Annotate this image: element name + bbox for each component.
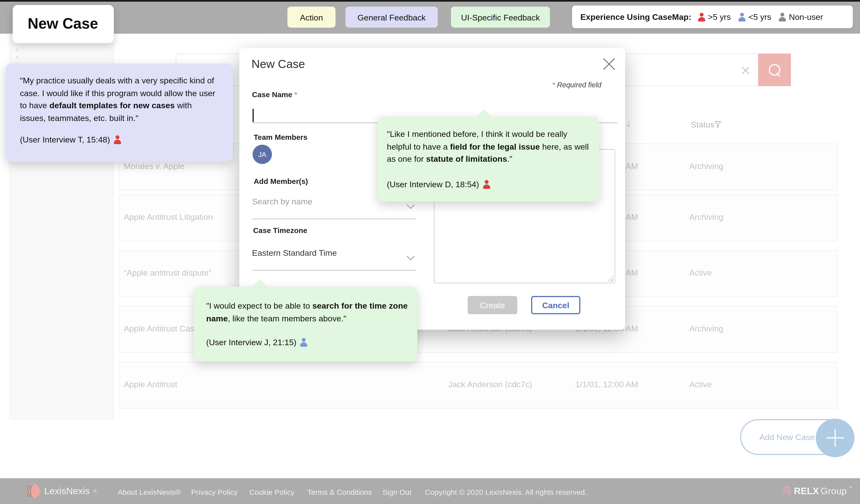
annotation-general-feedback-templates: "My practice usually deals with a very s…: [5, 63, 232, 162]
add-new-case-button[interactable]: Add New Case: [740, 419, 854, 455]
case-name-cell[interactable]: Apple Antitrust Case: [124, 324, 199, 333]
sort-descending-icon[interactable]: ↓: [626, 118, 631, 129]
experience-item-gt5: >5 yrs: [698, 12, 731, 21]
footer-copyright: Copyright © 2020 LexisNexis. All rights …: [425, 488, 587, 496]
page-title-card: New Case: [13, 5, 114, 43]
experience-item-lt5: <5 yrs: [739, 12, 771, 21]
table-row[interactable]: Apple Antitrust Jack Anderson (cdc7c) 1/…: [119, 362, 837, 409]
footer-link-privacy[interactable]: Privacy Policy: [191, 488, 238, 496]
case-name-cell[interactable]: Apple Antitrust: [124, 380, 177, 389]
legend-chip-action: Action: [287, 7, 335, 28]
annotation-ui-feedback-legal-issue: "Like I mentioned before, I think it wou…: [377, 117, 599, 202]
lexisnexis-flame-icon: [26, 484, 40, 499]
person-icon: [114, 135, 121, 144]
case-timezone-label: Case Timezone: [253, 226, 307, 235]
text-cursor: [253, 109, 254, 122]
annotation-quote: "My practice usually deals with a very s…: [20, 75, 219, 124]
legend-chip-ui-specific-feedback: UI-Specific Feedback: [451, 7, 550, 28]
experience-legend-label: Experience Using CaseMap:: [580, 12, 691, 21]
lexisnexis-logo: LexisNexis®: [26, 484, 97, 499]
relx-symbol-icon: ℞: [782, 485, 792, 497]
case-name-label: Case Name *: [252, 90, 297, 99]
annotation-ui-feedback-timezone-search: "I would expect to be able to search for…: [194, 287, 417, 362]
case-name-cell[interactable]: Apple Antitrust Litigation: [124, 212, 213, 222]
person-icon: [779, 12, 786, 21]
app-root: LexisNexis® ‹ ‹ ‹ ↓ Status Morales v. Ap…: [0, 0, 860, 504]
person-icon: [739, 12, 746, 21]
chevron-down-icon[interactable]: [407, 252, 415, 260]
owner-cell: Jack Anderson (cdc7c): [448, 380, 532, 389]
annotation-quote: "Like I mentioned before, I think it wou…: [387, 128, 590, 165]
annotation-attribution: (User Interview J, 21:15): [206, 336, 408, 349]
experience-legend: Experience Using CaseMap: >5 yrs <5 yrs …: [572, 5, 853, 28]
chevron-down-icon[interactable]: [407, 201, 415, 209]
relx-group-logo: ℞ RELX Group ™: [782, 485, 852, 498]
cancel-button[interactable]: Cancel: [531, 296, 580, 314]
status-cell: Archiving: [689, 212, 723, 222]
chevron-left-icon: ‹: [16, 53, 18, 60]
annotation-attribution: (User Interview D, 18:54): [387, 178, 590, 190]
trademark-mark: ™: [848, 486, 852, 490]
footer-link-cookie[interactable]: Cookie Policy: [249, 488, 295, 496]
window-top-strip: [0, 0, 860, 2]
created-cell: 1/1/01, 12:00 AM: [575, 380, 638, 389]
resize-handle-icon[interactable]: [607, 276, 613, 282]
page-title: New Case: [28, 15, 98, 33]
search-button[interactable]: [758, 54, 791, 86]
team-members-label: Team Members: [254, 133, 307, 142]
timezone-value: Eastern Standard Time: [252, 248, 337, 257]
chevron-left-icon: ‹: [16, 46, 18, 53]
case-name-cell[interactable]: Morales v. Apple: [124, 161, 185, 171]
annotation-attribution: (User Interview T, 15:48): [20, 134, 219, 146]
clear-search-icon[interactable]: [741, 65, 750, 75]
required-field-note: * Required field: [552, 81, 601, 89]
status-cell: Active: [689, 268, 712, 277]
footer-link-terms[interactable]: Terms & Conditions: [307, 488, 372, 496]
footer-link-signout[interactable]: Sign Out: [383, 488, 412, 496]
status-cell: Active: [689, 380, 712, 389]
plus-icon[interactable]: [816, 418, 855, 457]
person-icon: [300, 338, 307, 347]
status-cell: Archiving: [689, 161, 723, 171]
search-icon: [769, 64, 780, 76]
avatar[interactable]: JA: [253, 145, 272, 164]
annotation-quote: "I would expect to be able to search for…: [206, 300, 408, 325]
registered-mark: ®: [94, 489, 97, 494]
footer: LexisNexis® About LexisNexis® Privacy Po…: [0, 478, 860, 504]
member-search-dropdown[interactable]: [252, 219, 416, 219]
legend-chip-general-feedback: General Feedback: [345, 7, 438, 28]
add-members-label: Add Member(s): [254, 177, 308, 186]
footer-link-about[interactable]: About LexisNexis®: [118, 488, 181, 496]
column-header-status[interactable]: Status: [691, 120, 714, 129]
experience-item-nonuser: Non-user: [779, 12, 823, 21]
close-icon[interactable]: [603, 58, 616, 71]
status-cell: Archiving: [689, 324, 723, 333]
timezone-dropdown[interactable]: [252, 270, 416, 271]
filter-icon[interactable]: [715, 121, 721, 128]
person-icon: [698, 12, 705, 21]
create-button[interactable]: Create: [468, 296, 517, 314]
member-search-placeholder: Search by name: [252, 197, 313, 206]
add-new-case-label: Add New Case: [759, 432, 815, 442]
person-icon: [483, 180, 490, 189]
footer-brand-text: LexisNexis: [44, 486, 89, 497]
dialog-title: New Case: [252, 58, 305, 71]
case-name-cell[interactable]: “Apple antitrust dispute”: [124, 268, 212, 277]
